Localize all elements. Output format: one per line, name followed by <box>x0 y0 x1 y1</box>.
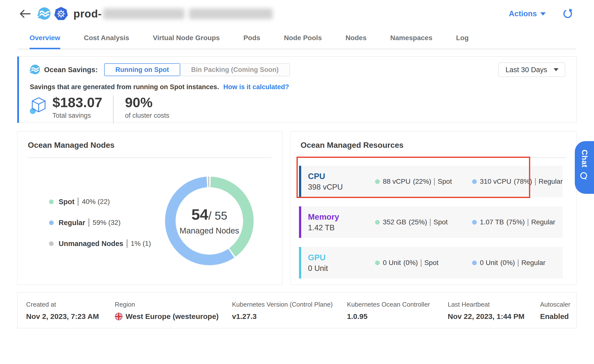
legend-value: 59% (32) <box>93 219 121 227</box>
date-range-value: Last 30 Days <box>506 66 547 74</box>
tab-log[interactable]: Log <box>456 28 469 49</box>
last-heartbeat-col: Last Heartbeat Nov 22, 2023, 1:44 PM <box>448 301 540 328</box>
refresh-button[interactable] <box>562 8 573 19</box>
legend-separator <box>78 198 78 206</box>
gpu-spot-stat: 0 Unit(0%)Spot <box>375 259 458 267</box>
tab-overview[interactable]: Overview <box>30 28 60 49</box>
autoscaler-status-badge: Enabled <box>540 312 577 321</box>
resources-card-title: Ocean Managed Resources <box>290 131 577 150</box>
legend-label: Unmanaged Nodes <box>59 240 123 248</box>
info-label: Kubernetes Version (Control Plane) <box>232 301 347 308</box>
chat-button[interactable]: Chat <box>575 141 594 194</box>
cpu-head: CPU 398 vCPU <box>308 172 375 192</box>
legend-item-unmanaged: Unmanaged Nodes 1% (1) <box>49 239 151 248</box>
redacted-cluster-name <box>103 8 184 19</box>
tab-node-pools[interactable]: Node Pools <box>284 28 322 49</box>
top-bar: prod- Actions <box>0 0 594 28</box>
ocean-savings-panel: Ocean Savings: Running on Spot Bin Packi… <box>17 56 577 123</box>
gpu-regular-text: 0 Unit(0%)Regular <box>480 259 545 267</box>
donut-chart: 54/ 55 Managed Nodes <box>165 177 254 265</box>
chevron-down-icon <box>554 68 559 71</box>
uk-flag-icon <box>115 313 123 320</box>
bin-packing-toggle[interactable]: Bin Packing (Coming Soon) <box>180 63 290 76</box>
memory-spot-text: 352 GB(25%)Spot <box>383 218 448 226</box>
created-at-value: Nov 2, 2023, 7:23 AM <box>26 312 115 321</box>
refresh-icon <box>562 8 573 19</box>
region-value: West Europe (westeurope) <box>115 312 232 321</box>
total-savings-value: $183.07 <box>52 95 102 110</box>
savings-mode-toggle: Running on Spot Bin Packing (Coming Soon… <box>104 63 290 76</box>
memory-accent-bar <box>299 206 301 238</box>
regular-dot-icon <box>472 261 477 265</box>
last-heartbeat-value: Nov 22, 2023, 1:44 PM <box>448 312 540 321</box>
gpu-head: GPU 0 Unit <box>308 253 375 273</box>
total-count: / 55 <box>208 209 227 222</box>
running-on-spot-toggle[interactable]: Running on Spot <box>104 63 180 76</box>
date-range-dropdown[interactable]: Last 30 Days <box>498 63 565 77</box>
memory-stats: 352 GB(25%)Spot 1.07 TB(75%)Regular <box>375 218 555 226</box>
tab-virtual-node-groups[interactable]: Virtual Node Groups <box>153 28 220 49</box>
cpu-total: 398 vCPU <box>308 183 375 192</box>
tab-cost-analysis[interactable]: Cost Analysis <box>84 28 129 49</box>
cpu-regular-stat: 310 vCPU(78%)Regular <box>472 178 563 185</box>
cluster-cost-metric: 90% of cluster costs <box>125 95 169 119</box>
kubernetes-logo-icon <box>54 7 68 21</box>
memory-regular-text: 1.07 TB(75%)Regular <box>480 218 555 226</box>
actions-button-label: Actions <box>509 9 537 18</box>
gpu-accent-bar <box>299 247 301 279</box>
memory-resource-row: Memory 1.42 TB 352 GB(25%)Spot 1.07 TB(7… <box>299 206 563 238</box>
actions-button[interactable]: Actions <box>509 9 546 18</box>
tab-nodes[interactable]: Nodes <box>346 28 367 49</box>
memory-name: Memory <box>308 212 375 222</box>
info-label: Created at <box>26 301 115 308</box>
nodes-card-title: Ocean Managed Nodes <box>17 131 282 150</box>
memory-total: 1.42 TB <box>308 223 375 232</box>
gpu-resource-row: GPU 0 Unit 0 Unit(0%)Spot 0 Unit(0%)Regu… <box>299 247 563 279</box>
info-label: Last Heartbeat <box>448 301 540 308</box>
ocean-logo-icon <box>37 7 51 21</box>
how-calculated-link[interactable]: How is it calculated? <box>223 83 289 91</box>
cluster-name-prefix: prod- <box>73 8 102 20</box>
info-label: Region <box>115 301 232 308</box>
savings-header-row: Ocean Savings: Running on Spot Bin Packi… <box>29 63 565 77</box>
chat-bubble-icon <box>579 171 589 181</box>
ocean-controller-col: Kubernetes Ocean Controller 1.0.95 <box>347 301 448 328</box>
cluster-cost-percent: 90% <box>125 95 169 110</box>
legend-item-regular: Regular 59% (32) <box>49 218 151 227</box>
cpu-spot-stat: 88 vCPU(22%)Spot <box>375 178 458 185</box>
spot-dot-icon <box>375 220 380 225</box>
created-at-col: Created at Nov 2, 2023, 7:23 AM <box>26 301 115 328</box>
legend-separator <box>89 218 89 227</box>
ocean-controller-value: 1.0.95 <box>347 312 448 321</box>
savings-cube-icon <box>29 96 48 116</box>
gpu-total: 0 Unit <box>308 264 375 273</box>
back-arrow-icon[interactable] <box>19 7 32 20</box>
ocean-managed-nodes-card: Ocean Managed Nodes Spot 40% (22) Regula… <box>17 131 282 285</box>
cluster-info-bar: Created at Nov 2, 2023, 7:23 AM Region W… <box>17 292 577 328</box>
savings-description-row: Savings that are generated from running … <box>30 83 565 91</box>
spot-dot-icon <box>375 179 380 184</box>
spot-dot-icon <box>49 199 54 204</box>
info-label: Autoscaler <box>540 301 577 308</box>
total-savings-metric: $183.07 Total savings <box>52 95 102 119</box>
gpu-regular-stat: 0 Unit(0%)Regular <box>472 259 555 267</box>
metric-divider <box>113 96 114 123</box>
ocean-managed-resources-card: Ocean Managed Resources CPU 398 vCPU 88 … <box>290 131 577 285</box>
regular-dot-icon <box>472 179 477 184</box>
gpu-stats: 0 Unit(0%)Spot 0 Unit(0%)Regular <box>375 259 555 267</box>
memory-regular-stat: 1.07 TB(75%)Regular <box>472 218 555 226</box>
tab-namespaces[interactable]: Namespaces <box>390 28 432 49</box>
memory-head: Memory 1.42 TB <box>308 212 375 232</box>
savings-metrics-row: $183.07 Total savings 90% of cluster cos… <box>29 95 565 123</box>
cluster-tab-bar: Overview Cost Analysis Virtual Node Grou… <box>18 28 576 49</box>
k8s-version-value: v1.27.3 <box>232 312 347 321</box>
region-col: Region West Europe (westeurope) <box>115 301 232 328</box>
cpu-regular-text: 310 vCPU(78%)Regular <box>480 178 563 185</box>
overview-cards: Ocean Managed Nodes Spot 40% (22) Regula… <box>17 131 577 285</box>
legend-item-spot: Spot 40% (22) <box>49 197 151 206</box>
legend-value: 40% (22) <box>82 198 110 206</box>
cpu-name: CPU <box>308 172 375 181</box>
memory-spot-stat: 352 GB(25%)Spot <box>375 218 458 226</box>
tab-pods[interactable]: Pods <box>243 28 260 49</box>
top-bar-actions: Actions <box>509 8 573 19</box>
